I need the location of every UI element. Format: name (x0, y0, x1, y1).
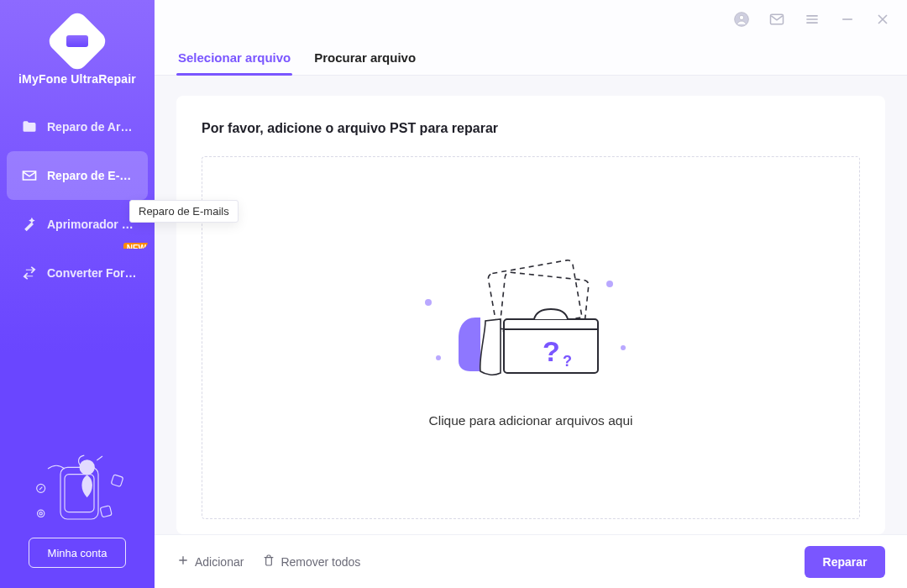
remove-all-button[interactable]: Remover todos (262, 554, 360, 570)
svg-rect-5 (100, 506, 112, 517)
sidebar-nav: Reparo de Arq… Reparo de E-m… Aprimorado… (0, 102, 155, 297)
feedback-icon[interactable] (768, 10, 786, 29)
svg-text:?: ? (563, 353, 572, 370)
svg-point-9 (739, 15, 743, 19)
svg-point-7 (39, 512, 42, 515)
sidebar-item-label: Reparo de E-m… (47, 169, 138, 182)
plus-icon (176, 554, 190, 570)
minimize-icon[interactable] (838, 10, 857, 29)
add-label: Adicionar (195, 555, 244, 569)
add-button[interactable]: Adicionar (176, 554, 244, 570)
sidebar-item-label: Converter For… (47, 266, 137, 280)
trash-icon (262, 554, 275, 570)
sidebar-tooltip: Reparo de E-mails (129, 200, 239, 223)
sidebar-item-converter[interactable]: Converter For… (7, 249, 148, 297)
panel: Por favor, adicione o arquivo PST para r… (176, 96, 885, 534)
svg-point-6 (38, 510, 45, 517)
magic-wand-icon (20, 215, 39, 234)
remove-all-label: Remover todos (280, 555, 360, 569)
svg-point-11 (425, 299, 432, 306)
sidebar-item-email-repair[interactable]: Reparo de E-m… (7, 151, 148, 200)
tab-select-file[interactable]: Selecionar arquivo (176, 42, 292, 75)
tabs: Selecionar arquivo Procurar arquivo (155, 39, 907, 76)
panel-heading: Por favor, adicione o arquivo PST para r… (202, 121, 860, 136)
repair-button[interactable]: Reparar (805, 546, 885, 578)
sidebar-item-file-repair[interactable]: Reparo de Arq… (7, 102, 148, 151)
sidebar-item-enhancer[interactable]: Aprimorador d… NEW (7, 200, 148, 249)
window-titlebar (155, 0, 907, 39)
content: Por favor, adicione o arquivo PST para r… (155, 76, 907, 534)
promo-illustration (0, 435, 155, 528)
dropzone[interactable]: ? ? Clique para adicionar arquivos aqui (202, 156, 860, 519)
new-badge: NEW (123, 243, 148, 249)
sidebar-item-label: Reparo de Arq… (47, 120, 138, 134)
sidebar-item-label: Aprimorador d… (47, 218, 138, 231)
tab-browse-file[interactable]: Procurar arquivo (312, 42, 417, 75)
svg-point-13 (606, 281, 613, 287)
menu-icon[interactable] (803, 10, 821, 29)
svg-point-12 (436, 355, 441, 360)
account-button[interactable]: Minha conta (29, 538, 126, 568)
sidebar: iMyFone UltraRepair Reparo de Arq… Repar… (0, 0, 155, 588)
svg-point-14 (621, 345, 626, 350)
brand: iMyFone UltraRepair (0, 18, 155, 86)
brand-name: iMyFone UltraRepair (18, 72, 136, 86)
action-bar: Adicionar Remover todos Reparar (155, 534, 907, 588)
close-icon[interactable] (873, 10, 892, 29)
brand-logo (45, 9, 109, 73)
account-icon[interactable] (732, 10, 751, 29)
dropzone-caption: Clique para adicionar arquivos aqui (429, 413, 633, 428)
main: Selecionar arquivo Procurar arquivo Por … (155, 0, 907, 588)
svg-rect-4 (111, 475, 123, 487)
swap-icon (20, 264, 39, 282)
svg-text:?: ? (543, 335, 560, 367)
mail-icon (20, 166, 39, 185)
svg-point-2 (80, 459, 95, 475)
folder-icon (20, 118, 39, 136)
dropzone-illustration: ? ? (422, 247, 640, 398)
